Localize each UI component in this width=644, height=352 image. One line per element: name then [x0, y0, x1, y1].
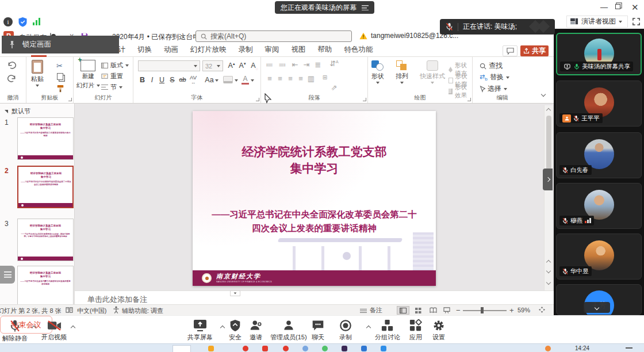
scroll-down-icon[interactable] — [546, 280, 551, 285]
security-shield-icon[interactable] — [18, 17, 28, 27]
zoom-in-button[interactable]: + — [509, 306, 514, 315]
slide-1-thumbnail[interactable]: 经济学院统计系教工党支部 集中学习 ——习近平总书记关于疫情防控工作重要讲话和指… — [17, 117, 74, 160]
arrange-button[interactable]: 排列 — [396, 60, 408, 84]
manage-members-button[interactable]: 管理成员(15) — [270, 319, 307, 342]
notes-placeholder[interactable]: 单击此处添加备注 — [87, 294, 147, 305]
signal-bars-icon[interactable] — [33, 18, 41, 25]
share-screen-button[interactable]: 共享屏幕 — [187, 319, 213, 342]
align-right-icon[interactable]: ≡ — [285, 74, 296, 83]
text-direction-icon[interactable]: ⇵A — [329, 59, 339, 68]
paste-button[interactable]: 粘贴 — [31, 60, 44, 87]
spellcheck-icon[interactable] — [66, 307, 73, 313]
share-button[interactable]: 共享 — [520, 45, 549, 56]
italic-button[interactable]: I — [148, 76, 156, 84]
find-button[interactable]: 查找 — [480, 61, 503, 71]
video-options-caret[interactable] — [71, 326, 75, 330]
unmute-button[interactable]: 解除静音 — [2, 319, 28, 343]
redo-icon[interactable] — [7, 74, 17, 82]
slide-4-thumbnail[interactable]: 经济学院统计系教工党支部 集中学习 ——习近平总书记在参加内蒙古代表团审议时发表… — [17, 266, 74, 308]
participants-scroll-down-button[interactable] — [584, 302, 610, 313]
zoom-slider-thumb[interactable] — [481, 307, 484, 313]
underline-button[interactable]: U — [158, 76, 166, 84]
participant-tile-sharing[interactable]: 美味汤的屏幕共享 — [556, 33, 642, 75]
scroll-up-icon[interactable] — [546, 108, 551, 113]
replace-button[interactable]: ⇄b 替换 — [480, 72, 509, 82]
pin-icon[interactable] — [9, 40, 16, 49]
taskbar-app-icon[interactable] — [381, 346, 386, 351]
taskbar-search-box[interactable] — [172, 345, 191, 352]
info-icon[interactable]: i — [3, 17, 13, 26]
justify-icon[interactable]: ≡ — [296, 74, 306, 83]
comments-button[interactable] — [503, 45, 518, 56]
share-options-caret[interactable] — [220, 326, 225, 330]
tab-animations[interactable]: 动画 — [163, 44, 179, 57]
participant-tile[interactable]: 王平平 — [556, 81, 642, 127]
tab-review[interactable]: 审阅 — [264, 44, 280, 57]
canvas-scrollbar[interactable] — [544, 105, 553, 290]
taskbar-app-icon[interactable] — [208, 346, 214, 351]
restore-button[interactable] — [615, 4, 620, 9]
grow-font-button[interactable]: A▴ — [227, 62, 236, 70]
sidebar-expand-handle[interactable] — [543, 169, 553, 190]
bold-button[interactable]: B — [138, 76, 147, 84]
drawing-launcher-icon[interactable] — [467, 98, 471, 101]
tab-record[interactable]: 录制 — [238, 44, 254, 57]
notes-collapse-handle[interactable] — [230, 290, 240, 296]
chat-button[interactable]: 聊天 — [312, 319, 324, 342]
smartart-icon[interactable]: ⇗ — [329, 83, 339, 92]
font-name-combobox[interactable] — [138, 60, 200, 71]
reset-button[interactable]: 重置 — [101, 72, 123, 81]
paragraph-launcher-icon[interactable] — [363, 98, 366, 101]
align-left-icon[interactable]: ≡ — [264, 74, 275, 83]
banner-menu-icon[interactable] — [362, 5, 369, 10]
increase-indent-icon[interactable]: ⇥ — [301, 60, 312, 69]
record-button[interactable]: 录制 — [339, 319, 352, 342]
notes-toggle[interactable]: 备注 — [360, 306, 382, 315]
minimize-button[interactable]: — — [600, 3, 608, 11]
columns-icon[interactable]: ▥ — [306, 74, 316, 83]
copy-icon[interactable] — [57, 73, 63, 80]
taskbar-app-icon[interactable] — [322, 346, 328, 351]
accessibility-status[interactable]: 辅助功能: 调查 — [122, 307, 163, 315]
security-button[interactable]: 安全 — [229, 319, 241, 342]
tab-slideshow[interactable]: 幻灯片放映 — [190, 44, 227, 57]
search-box[interactable]: 搜索(Alt+Q) — [195, 30, 352, 42]
align-center-icon[interactable]: ≡ — [275, 74, 285, 83]
zoom-level[interactable]: 59% — [518, 307, 530, 313]
tab-view[interactable]: 视图 — [291, 44, 306, 57]
notes-panel[interactable]: 单击此处添加备注 — [75, 290, 554, 304]
tab-help[interactable]: 帮助 — [317, 44, 333, 57]
text-shadow-button[interactable]: ab — [178, 76, 187, 83]
font-color-button[interactable]: A — [241, 75, 249, 85]
clear-formatting-button[interactable]: A◌ — [250, 62, 259, 71]
apps-button[interactable]: 应用 — [409, 319, 422, 342]
format-painter-icon[interactable] — [56, 85, 64, 93]
taskbar-app-icon[interactable] — [302, 346, 308, 351]
speaker-view-button[interactable]: 演讲者视图 — [566, 16, 628, 28]
slide-position-indicator[interactable]: 幻灯片 第 2 张, 共 8 张 — [0, 307, 62, 315]
cut-icon[interactable]: ✂ — [56, 62, 63, 70]
highlight-color-button[interactable] — [223, 76, 233, 83]
font-size-combobox[interactable]: 32 — [202, 60, 223, 71]
record-options-caret[interactable] — [366, 326, 371, 330]
section-button[interactable]: 节 — [101, 83, 122, 91]
change-case-button[interactable]: Aa — [204, 76, 215, 84]
floating-notes-handle[interactable] — [0, 266, 15, 284]
normal-view-button[interactable] — [397, 306, 409, 315]
fit-slide-icon[interactable] — [538, 306, 546, 313]
undo-icon[interactable] — [7, 61, 17, 69]
tab-transitions[interactable]: 切换 — [137, 44, 152, 57]
collapse-ribbon-icon[interactable] — [541, 92, 546, 97]
align-text-icon[interactable]: ⊞ — [320, 74, 330, 81]
slide-canvas[interactable]: 经济学院统计系教工党支部 集中学习 ——习近平总书记在中央全面深化改革委员会第二… — [193, 111, 436, 286]
taskbar-clock[interactable]: 14:24 — [575, 345, 589, 351]
new-slide-button[interactable]: + 新建 幻灯片 — [76, 60, 100, 90]
close-button[interactable]: ✕ — [631, 3, 639, 12]
clipboard-launcher-icon[interactable] — [68, 98, 72, 101]
language-indicator[interactable]: 中文(中国) — [77, 307, 106, 315]
invite-button[interactable]: 邀请 — [250, 319, 262, 342]
decrease-indent-icon[interactable]: ⇤ — [290, 60, 300, 69]
participant-tile[interactable]: 穆燕 — [556, 183, 642, 229]
tab-special[interactable]: 特色功能 — [344, 44, 374, 57]
zoom-out-button[interactable]: − — [456, 306, 461, 315]
